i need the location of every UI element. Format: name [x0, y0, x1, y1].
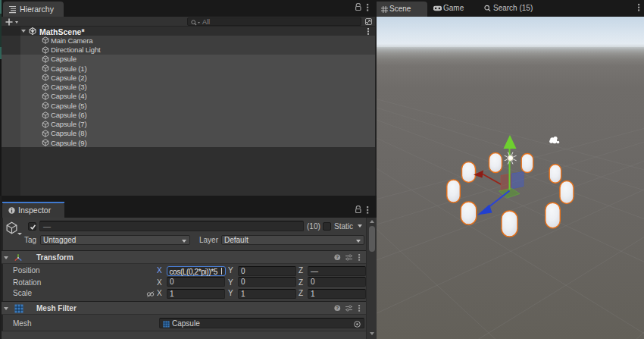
svg-text:?: ?	[336, 305, 339, 310]
svg-text:?: ?	[336, 254, 339, 259]
